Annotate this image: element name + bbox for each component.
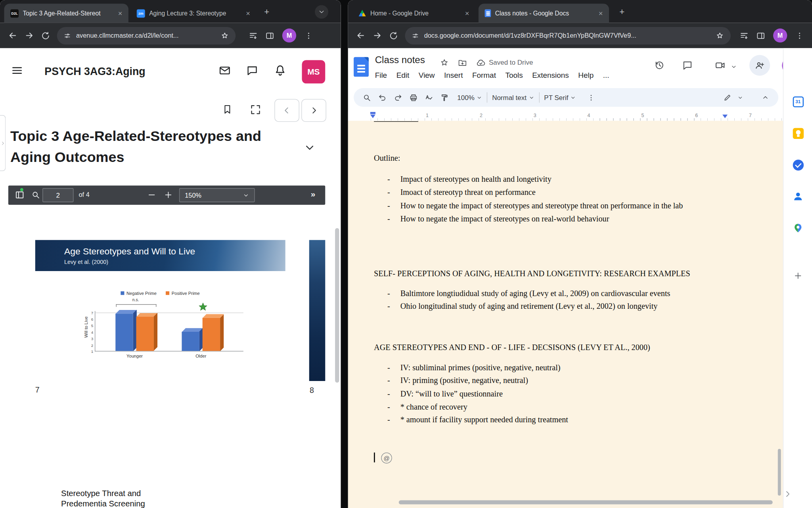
next-content-button[interactable] [301,99,326,121]
star-document-icon[interactable] [438,56,451,69]
right-indent-marker[interactable] [722,115,728,118]
collapse-side-panel-icon[interactable] [783,490,792,500]
editing-mode-chevron-icon[interactable] [737,94,743,100]
menu-item[interactable]: View [414,69,439,82]
menu-item[interactable]: Extensions [528,69,573,82]
bookmark-star-icon[interactable] [220,31,229,40]
close-icon[interactable]: × [116,9,124,17]
tab-google-docs[interactable]: Class notes - Google Docs × [479,4,609,23]
vertical-scrollbar[interactable] [335,228,339,383]
calendar-icon[interactable]: 31 [792,96,804,108]
tab-zoom-lecture[interactable]: zm Aging Lecture 3: Stereotype × [130,4,256,23]
address-bar[interactable]: avenue.cllmcmaster.ca/d2l/le/cont... [57,27,236,44]
zoom-select[interactable]: 100% [457,94,474,102]
forward-icon[interactable] [369,27,385,44]
tab-search-chevron-icon[interactable] [315,5,328,19]
new-tab-button[interactable]: + [615,5,629,19]
hide-menus-chevron-icon[interactable] [758,90,773,105]
chevron-down-icon[interactable] [571,94,576,100]
expand-tools-icon[interactable]: » [311,190,316,199]
menu-item[interactable]: Edit [392,69,414,82]
profile-avatar[interactable]: M [773,29,787,42]
paint-format-icon[interactable] [437,90,452,105]
saved-to-drive-cloud-icon[interactable] [474,56,487,69]
chat-icon[interactable] [245,64,259,79]
browser-menu-icon[interactable] [301,27,317,44]
profile-avatar[interactable]: M [282,29,296,42]
pdf-search-icon[interactable] [31,190,40,202]
editing-mode-pencil-icon[interactable] [720,90,735,105]
site-settings-icon[interactable] [64,32,71,39]
close-icon[interactable]: × [597,9,605,17]
comments-icon[interactable] [680,59,694,72]
first-line-indent-marker[interactable] [370,112,375,114]
contacts-icon[interactable] [792,191,804,202]
toolbar-overflow-icon[interactable] [583,90,599,105]
meet-chevron-icon[interactable] [727,60,741,74]
reading-list-icon[interactable] [245,27,262,44]
pdf-sidebar-icon[interactable] [15,190,25,202]
horizontal-scrollbar[interactable] [399,500,773,504]
collapse-chevron-icon[interactable] [303,142,316,156]
maps-icon[interactable] [792,222,804,234]
chevron-down-icon[interactable] [477,94,482,100]
redo-icon[interactable] [390,90,406,105]
back-icon[interactable] [352,27,369,44]
zoom-out-icon[interactable] [147,190,157,202]
move-to-folder-icon[interactable] [456,56,469,69]
document-title[interactable]: Class notes [375,54,425,66]
browser-menu-icon[interactable] [791,27,808,44]
menu-item[interactable]: Insert [440,69,467,82]
side-drawer-handle[interactable] [0,115,6,171]
back-icon[interactable] [4,27,21,44]
keep-icon[interactable] [792,127,804,139]
menu-item[interactable]: ... [599,69,613,82]
side-panel-icon[interactable] [753,27,769,44]
docs-logo[interactable] [354,57,369,77]
bookmark-icon[interactable] [222,103,233,118]
tab-google-drive[interactable]: Home - Google Drive × [352,4,475,23]
vertical-scrollbar[interactable] [778,449,781,496]
undo-icon[interactable] [374,90,390,105]
previous-content-button[interactable] [274,99,299,121]
email-icon[interactable] [218,64,232,79]
reload-icon[interactable] [37,27,54,44]
search-menus-icon[interactable] [359,90,374,105]
document-canvas[interactable]: Mental health Outline: -Impact of stereo… [348,121,783,508]
menu-item[interactable]: Format [468,69,500,82]
forward-icon[interactable] [21,27,37,44]
side-panel-icon[interactable] [262,27,278,44]
menu-item[interactable]: Tools [501,69,527,82]
address-bar[interactable]: docs.google.com/document/d/1vz8rDXFBqrR7… [405,27,731,44]
close-icon[interactable]: × [463,9,471,17]
menu-item[interactable]: File [371,69,391,82]
font-select[interactable]: PT Serif [544,94,568,102]
new-tab-button[interactable]: + [260,5,274,19]
left-indent-marker[interactable] [370,115,375,118]
at-mention-button[interactable]: @ [381,452,392,463]
menu-item[interactable]: Help [574,69,598,82]
save-status[interactable]: Saved to Drive [489,59,533,67]
site-settings-icon[interactable] [412,32,419,39]
spell-check-icon[interactable] [421,90,437,105]
add-addon-plus-icon[interactable] [792,270,804,281]
page-number-input[interactable]: 2 [42,188,73,202]
meet-video-icon[interactable] [714,59,727,72]
chevron-down-icon[interactable] [529,94,534,100]
zoom-level-dropdown[interactable]: 150% [179,188,255,202]
fullscreen-icon[interactable] [250,104,262,117]
version-history-icon[interactable] [653,59,666,72]
notification-bell-icon[interactable] [274,64,287,79]
print-icon[interactable] [406,90,421,105]
user-avatar[interactable]: MS [302,60,325,84]
tab-d2l-topic3[interactable]: D2L Topic 3 Age-Related-Stereot × [4,4,128,23]
paragraph-style-select[interactable]: Normal text [492,94,527,102]
reading-list-icon[interactable] [736,27,753,44]
reload-icon[interactable] [385,27,402,44]
close-icon[interactable]: × [244,9,252,17]
share-button[interactable] [749,55,770,75]
tasks-icon[interactable] [792,159,804,171]
zoom-in-icon[interactable] [164,190,173,202]
bookmark-star-icon[interactable] [716,31,724,40]
hamburger-menu-icon[interactable] [10,65,24,78]
